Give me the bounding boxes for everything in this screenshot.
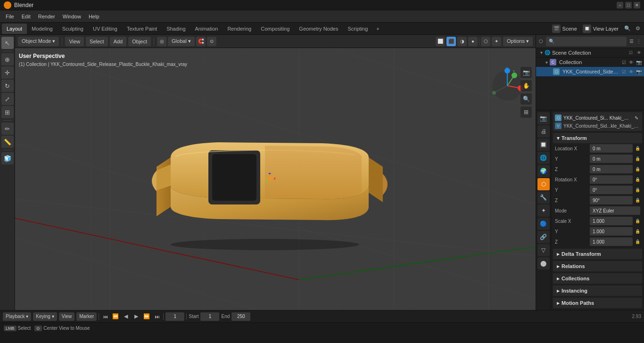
loc-x-value[interactable]: 0 m [590,144,633,153]
minimize-button[interactable]: − [617,2,623,8]
scale-z-lock[interactable]: 🔒 [635,239,640,245]
step-back-button[interactable]: ⏪ [111,312,120,321]
loc-y-value[interactable]: 0 m [590,155,633,163]
tab-compositing[interactable]: Compositing [256,24,294,34]
menu-file[interactable]: File [2,12,18,21]
prop-tab-modifier[interactable]: 🔧 [537,191,550,204]
delta-transform-header[interactable]: ▸ Delta Transform [553,249,642,259]
prop-tab-material[interactable]: ⬤ [537,257,550,270]
viewport-canvas[interactable]: Y X Z 📷 ✋ 🔍 ⊞ [15,48,536,310]
scene-label[interactable]: Scene [562,26,577,32]
filter-icon[interactable]: ⚙ [634,24,642,33]
zoom-button[interactable]: 🔍 [520,93,532,105]
prop-tab-output[interactable]: 🖨 [537,125,550,138]
scene-expand-icon[interactable]: ▾ [538,50,545,55]
menu-render[interactable]: Render [34,12,59,21]
tool-scale[interactable]: ⤢ [1,93,14,105]
scale-x-lock[interactable]: 🔒 [635,218,640,224]
view-layer-icon[interactable]: 🔲 [583,24,591,33]
step-forward-button[interactable]: ⏩ [142,312,151,321]
marker-menu[interactable]: Marker [76,312,97,321]
current-frame[interactable]: 1 [165,312,184,321]
prop-tab-render[interactable]: 📷 [537,112,550,124]
outliner-sort[interactable]: ⋮ [636,39,641,44]
close-button[interactable]: ✕ [634,2,640,8]
zoom-camera-button[interactable]: 📷 [520,67,532,78]
loc-z-value[interactable]: 0 m [590,165,633,173]
tab-rendering[interactable]: Rendering [223,24,256,34]
rot-z-lock[interactable]: 🔒 [635,197,640,203]
outliner-icon[interactable]: ⬡ [539,39,543,44]
tab-geometry-nodes[interactable]: Geometry Nodes [294,24,343,34]
select-menu[interactable]: Select [86,37,108,46]
menu-edit[interactable]: Edit [18,12,34,21]
search-icon[interactable]: 🔍 [623,24,632,33]
scale-y-value[interactable]: 1.000 [590,227,633,236]
prop-tab-physics[interactable]: 🔵 [537,218,550,230]
shading-rendered-icon[interactable]: ● [468,37,478,46]
jump-end-button[interactable]: ⏭ [153,312,161,321]
keying-menu[interactable]: Keying ▾ [33,312,57,321]
collection-expand-icon[interactable]: ▾ [545,60,548,65]
tab-shading[interactable]: Shading [162,24,190,34]
menu-window[interactable]: Window [59,12,85,21]
shading-solid-icon[interactable]: ⬛ [446,37,456,46]
maximize-button[interactable]: □ [625,2,632,8]
rot-x-value[interactable]: 0° [590,175,633,184]
collections-header[interactable]: ▸ Collections [553,273,642,284]
prop-tab-data[interactable]: ▽ [537,244,550,256]
grid-view-button[interactable]: ⊞ [520,106,532,118]
tool-transform[interactable]: ⊞ [1,106,14,118]
transform-pivot-icon[interactable]: ◎ [157,37,166,46]
view-layer-label[interactable]: View Layer [593,26,619,32]
collection-visible[interactable]: ☑ [620,59,627,65]
scale-x-value[interactable]: 1.000 [590,217,633,225]
outliner-object-row[interactable]: ⬡ YKK_Contoured_Side_Rel ☑ 👁 📷 [536,67,644,76]
rot-x-lock[interactable]: 🔒 [635,177,640,182]
prop-tab-scene[interactable]: 🌐 [537,152,550,164]
motion-paths-header[interactable]: ▸ Motion Paths [553,298,642,308]
loc-x-lock[interactable]: 🔒 [635,146,640,151]
scene-eye-icon[interactable]: 👁 [636,49,642,56]
proportional-edit-icon[interactable]: ⊙ [207,37,216,46]
tool-annotate[interactable]: ✏ [1,122,14,135]
prop-tab-constraints[interactable]: 🔗 [537,231,550,243]
tool-move[interactable]: ✛ [1,66,14,79]
tab-uv-editing[interactable]: UV Editing [88,24,122,34]
play-reverse-button[interactable]: ◀ [122,312,130,321]
outliner-filter[interactable]: ☰ [629,39,634,44]
loc-z-lock[interactable]: 🔒 [635,166,640,172]
transform-global-dropdown[interactable]: Global ▾ [168,37,195,46]
collection-render[interactable]: 📷 [636,59,642,65]
prop-tab-view-layer[interactable]: 🔲 [537,139,550,151]
rot-z-value[interactable]: 90° [590,196,633,204]
shading-material-icon[interactable]: ◑ [457,37,467,46]
object-mode-dropdown[interactable]: Object Mode ▾ [18,37,59,46]
loc-y-lock[interactable]: 🔒 [635,156,640,162]
end-frame[interactable]: 250 [231,312,250,321]
jump-start-button[interactable]: ⏮ [101,312,109,321]
prop-tab-object[interactable]: ⬡ [537,178,550,190]
instancing-header[interactable]: ▸ Instancing [553,286,642,296]
options-dropdown[interactable]: Options ▾ [503,37,533,46]
tab-texture-paint[interactable]: Texture Paint [122,24,162,34]
tab-layout[interactable]: Layout [2,24,27,34]
add-menu[interactable]: Add [110,37,127,46]
hand-move-button[interactable]: ✋ [520,80,532,91]
add-workspace-button[interactable]: + [372,24,383,33]
scene-icon[interactable]: 🎬 [552,24,561,33]
tool-measure[interactable]: 📏 [1,136,14,148]
overlay-icon[interactable]: ⬡ [481,37,490,46]
collection-eye[interactable]: 👁 [628,59,635,65]
outliner-search[interactable]: 🔍 [546,37,627,46]
timeline-view-menu[interactable]: View [59,312,75,321]
obj-eye[interactable]: 👁 [628,68,635,75]
obj-visible[interactable]: ☑ [620,68,627,75]
tool-add[interactable]: 🧊 [1,152,14,164]
start-frame[interactable]: 1 [200,312,219,321]
scale-y-lock[interactable]: 🔒 [635,229,640,234]
play-button[interactable]: ▶ [132,312,140,321]
object-menu[interactable]: Object [128,37,151,46]
menu-help[interactable]: Help [85,12,103,21]
tool-cursor[interactable]: ⊕ [1,53,14,65]
